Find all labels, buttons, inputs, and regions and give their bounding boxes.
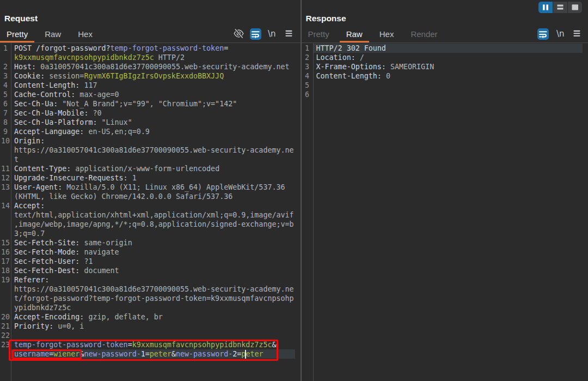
editor-row: 10Origin: xyxy=(0,136,301,146)
editor-row: t/forgot-password?temp-forgot-password-t… xyxy=(0,294,301,303)
request-editor[interactable]: 1POST /forgot-password?temp-forgot-passw… xyxy=(0,43,301,381)
newline-toggle[interactable]: \n xyxy=(268,29,276,39)
editor-menu-icon[interactable] xyxy=(285,30,292,37)
request-tab-raw[interactable]: Raw xyxy=(38,26,68,43)
request-panel-title: Request xyxy=(4,13,38,24)
editor-row: 4Content-Length: 117 xyxy=(0,81,301,90)
editor-row: 20Accept-Encoding: gzip, deflate, br xyxy=(0,312,301,322)
editor-row: 6Sec-Ch-Ua: "Not_A Brand";v="99", "Chrom… xyxy=(0,99,301,108)
request-code: 1POST /forgot-password?temp-forgot-passw… xyxy=(0,44,301,359)
response-code: 1HTTP/2 302 Found2Location: /3X-Frame-Op… xyxy=(302,44,588,99)
editor-row: (KHTML, like Gecko) Chrome/142.0.0.0 Saf… xyxy=(0,192,301,201)
line-number: 14 xyxy=(0,201,11,210)
line-number: 1 xyxy=(0,44,11,53)
editor-row: 5 xyxy=(302,81,588,90)
editor-row: ,image/webp,image/apng,*/*;q=0.8,applica… xyxy=(0,220,301,229)
editor-row: 1POST /forgot-password?temp-forgot-passw… xyxy=(0,44,301,53)
line-number: 13 xyxy=(0,183,11,192)
response-panel-title: Response xyxy=(306,13,346,24)
line-number: 5 xyxy=(0,90,11,99)
line-number: 15 xyxy=(0,238,11,247)
editor-row: 2Location: / xyxy=(302,53,588,62)
word-wrap-icon[interactable] xyxy=(250,28,261,40)
line-number: 3 xyxy=(0,71,11,81)
line-number: 6 xyxy=(302,90,313,99)
editor-row: text/html,application/xhtml+xml,applicat… xyxy=(0,210,301,220)
editor-row: 8Sec-Ch-Ua-Platform: "Linux" xyxy=(0,118,301,127)
editor-menu-icon[interactable] xyxy=(573,30,580,37)
editor-row: 19Referer: xyxy=(0,275,301,285)
response-editor[interactable]: 1HTTP/2 302 Found2Location: /3X-Frame-Op… xyxy=(302,43,588,381)
editor-row: https://0a310057041c300a81d6e37700090055… xyxy=(0,146,301,155)
editor-row: 5Cache-Control: max-age=0 xyxy=(0,90,301,99)
text-caret xyxy=(245,350,246,359)
line-number: 3 xyxy=(302,62,313,71)
editor-row: ypidbnkdz7z5c xyxy=(0,303,301,312)
editor-row: 15Sec-Fetch-Site: same-origin xyxy=(0,238,301,247)
editor-row: 17Sec-Fetch-User: ?1 xyxy=(0,257,301,266)
line-number: 16 xyxy=(0,247,11,257)
request-tabs: PrettyRawHex xyxy=(0,26,103,43)
editor-row: k9xxmusqmfavcnpsohpypidbnkdz7z5c HTTP/2 xyxy=(0,53,301,62)
line-number: 2 xyxy=(0,62,11,71)
editor-row: 3;q=0.7 xyxy=(0,229,301,238)
editor-row: 12Upgrade-Insecure-Requests: 1 xyxy=(0,173,301,183)
response-tab-render[interactable]: Render xyxy=(404,26,444,43)
editor-row: 13User-Agent: Mozilla/5.0 (X11; Linux x8… xyxy=(0,183,301,192)
editor-row: 3X-Frame-Options: SAMEORIGIN xyxy=(302,62,588,71)
response-tab-raw[interactable]: Raw xyxy=(340,26,369,43)
editor-row: t xyxy=(0,155,301,164)
username-selection-box xyxy=(12,349,82,359)
editor-row: 16Sec-Fetch-Mode: navigate xyxy=(0,247,301,257)
request-tab-hex[interactable]: Hex xyxy=(71,26,99,43)
line-number: 19 xyxy=(0,275,11,285)
editor-row: 11Content-Type: application/x-www-form-u… xyxy=(0,164,301,173)
editor-row: https://0a310057041c300a81d6e37700090055… xyxy=(0,285,301,294)
word-wrap-icon[interactable] xyxy=(537,28,549,40)
editor-row: 1HTTP/2 302 Found xyxy=(302,44,588,53)
editor-row: 14Accept: xyxy=(0,201,301,210)
newline-toggle[interactable]: \n xyxy=(556,29,565,39)
editor-row: 18Sec-Fetch-Dest: document xyxy=(0,266,301,275)
line-number: 4 xyxy=(0,81,11,90)
editor-row: 9Accept-Language: en-US,en;q=0.9 xyxy=(0,127,301,136)
line-number: 18 xyxy=(0,266,11,275)
line-number: 5 xyxy=(302,81,313,90)
line-number: 21 xyxy=(0,322,11,331)
line-number: 20 xyxy=(0,312,11,322)
editor-row: 21Priority: u=0, i xyxy=(0,322,301,331)
line-number: 2 xyxy=(302,53,313,62)
line-number: 11 xyxy=(0,164,11,173)
request-panel: Request PrettyRawHex \n 1POST /forgot-pa… xyxy=(0,0,301,381)
line-number: 9 xyxy=(0,127,11,136)
line-number: 7 xyxy=(0,108,11,118)
line-number: 10 xyxy=(0,136,11,146)
editor-row: 3Cookie: session=RgvmX6TIgBIgzIrsOvpskEx… xyxy=(0,71,301,81)
line-number: 1 xyxy=(302,44,313,53)
line-number: 8 xyxy=(0,118,11,127)
response-tabs: PrettyRawHexRender xyxy=(302,26,448,43)
editor-row: 22 xyxy=(0,331,301,340)
response-tab-hex[interactable]: Hex xyxy=(373,26,401,43)
editor-row: 6 xyxy=(302,90,588,99)
response-tab-pretty[interactable]: Pretty xyxy=(302,26,336,43)
line-number: 22 xyxy=(0,331,11,340)
response-panel: Response PrettyRawHexRender \n 1HTTP/2 3… xyxy=(302,0,588,381)
editor-row: 4Content-Length: 0 xyxy=(302,71,588,81)
visibility-off-icon[interactable] xyxy=(233,28,244,39)
line-number: 6 xyxy=(0,99,11,108)
line-number: 12 xyxy=(0,173,11,183)
line-number: 17 xyxy=(0,257,11,266)
line-number: 4 xyxy=(302,71,313,81)
editor-row: 2Host: 0a310057041c300a81d6e37700090055.… xyxy=(0,62,301,71)
editor-row: 7Sec-Ch-Ua-Mobile: ?0 xyxy=(0,108,301,118)
request-tab-pretty[interactable]: Pretty xyxy=(0,26,34,43)
message-editor-window: Request PrettyRawHex \n 1POST /forgot-pa… xyxy=(0,0,588,381)
